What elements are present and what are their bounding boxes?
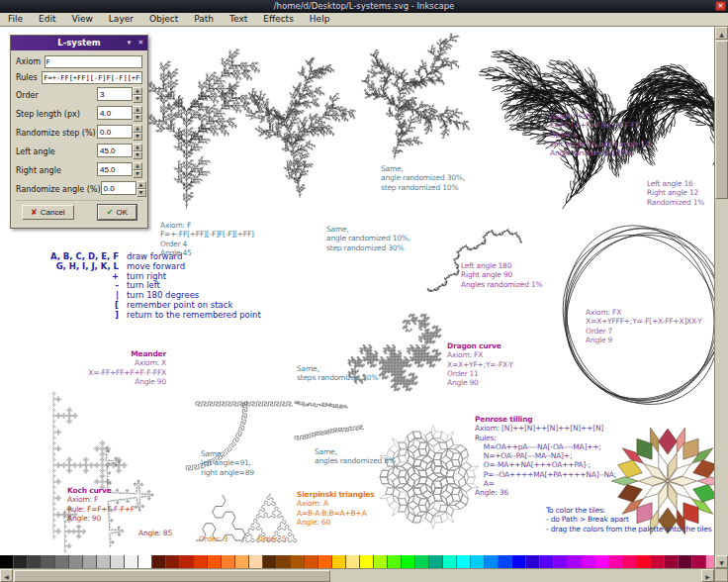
palette-swatch-27[interactable] [374, 555, 388, 568]
palette-swatch-47[interactable] [651, 555, 665, 568]
annotation-meander: MeanderAxiom: XX=-FF+FF+F+F-F-FFXAngle 9… [88, 349, 166, 386]
menu-view[interactable]: View [64, 13, 101, 26]
field-input-randomize-step[interactable] [97, 125, 133, 139]
palette-swatch-31[interactable] [429, 555, 443, 568]
palette-swatch-20[interactable] [277, 555, 291, 568]
palette-swatch-7[interactable] [97, 555, 111, 568]
palette-swatch-9[interactable] [125, 555, 138, 568]
palette-swatch-39[interactable] [540, 555, 554, 568]
palette-swatch-24[interactable] [332, 555, 346, 568]
palette-swatch-3[interactable] [42, 555, 55, 568]
scroll-right-icon[interactable]: ▶ [701, 569, 714, 582]
spinner-arrows-5[interactable]: ▲▼ [133, 144, 142, 159]
figure-meander-rand8[interactable] [295, 426, 364, 440]
spinner-arrows-7[interactable]: ▲▼ [136, 181, 146, 197]
palette-swatch-11[interactable] [152, 555, 166, 568]
ok-button[interactable]: ✔ OK [98, 205, 136, 220]
palette-swatch-15[interactable] [208, 555, 222, 568]
palette-swatch-12[interactable] [166, 555, 180, 568]
palette-swatch-44[interactable] [609, 555, 623, 568]
menu-effects[interactable]: Effects [255, 13, 302, 26]
palette-swatch-21[interactable] [291, 555, 305, 568]
palette-swatch-18[interactable] [249, 555, 263, 568]
palette-swatch-35[interactable] [485, 555, 499, 568]
palette-swatch-25[interactable] [346, 555, 360, 568]
palette-swatch-26[interactable] [360, 555, 374, 568]
palette-swatch-5[interactable] [69, 555, 83, 568]
horizontal-scroll-thumb[interactable] [14, 570, 330, 582]
field-input-axiom[interactable] [45, 55, 142, 68]
menu-text[interactable]: Text [222, 13, 255, 26]
palette-swatch-43[interactable] [595, 555, 609, 568]
spinner-arrows-2[interactable]: ▲▼ [133, 87, 142, 103]
spinner-arrows-3[interactable]: ▲▼ [133, 106, 142, 122]
palette-swatch-45[interactable] [623, 555, 637, 568]
palette-swatch-23[interactable] [318, 555, 332, 568]
palette-swatch-40[interactable] [554, 555, 568, 568]
field-input-left-angle[interactable] [97, 144, 133, 157]
figure-meander-steps[interactable] [295, 402, 348, 408]
palette-swatch-29[interactable] [402, 555, 415, 568]
palette-swatch-14[interactable] [194, 555, 208, 568]
palette-swatch-19[interactable] [263, 555, 277, 568]
dialog-close-button[interactable]: ✕ [136, 36, 146, 50]
palette-swatch-46[interactable] [637, 555, 651, 568]
annotation-sierpinski: Sierpinski trianglesAxiom: AA=B-A-B;B=A+… [297, 490, 374, 527]
field-input-rules[interactable] [42, 71, 142, 84]
palette-swatch-0[interactable] [0, 555, 14, 568]
palette-swatch-51[interactable] [706, 555, 714, 568]
palette-swatch-10[interactable] [138, 555, 152, 568]
palette-swatch-16[interactable] [222, 555, 235, 568]
palette-swatch-30[interactable] [415, 555, 429, 568]
vertical-scroll-thumb[interactable] [715, 41, 728, 199]
annotation-penrose: Penrose tillingAxiom: [N]++[N]++[N]++[N]… [475, 415, 616, 498]
scroll-up-icon[interactable]: ▲ [715, 27, 728, 40]
scroll-left-icon[interactable]: ◀ [0, 569, 13, 582]
figure-tree-rand-30-10[interactable] [361, 33, 470, 159]
vertical-scrollbar[interactable]: ▲ ▼ [714, 27, 728, 568]
field-input-step-length-px[interactable] [97, 106, 133, 120]
palette-swatch-13[interactable] [180, 555, 194, 568]
menu-help[interactable]: Help [302, 13, 338, 26]
palette-swatch-37[interactable] [512, 555, 526, 568]
figure-tree-plain[interactable] [146, 48, 260, 209]
palette-swatch-22[interactable] [305, 555, 318, 568]
figure-tree-rand-10-30[interactable] [245, 57, 356, 198]
field-input-right-angle[interactable] [97, 162, 133, 176]
palette-swatch-36[interactable] [499, 555, 512, 568]
spinner-arrows-4[interactable]: ▲▼ [133, 125, 142, 141]
palette-swatch-32[interactable] [443, 555, 457, 568]
palette-swatch-28[interactable] [388, 555, 402, 568]
ok-icon: ✔ [107, 209, 114, 217]
palette-swatch-42[interactable] [582, 555, 595, 568]
palette-swatch-41[interactable] [568, 555, 582, 568]
palette-swatch-4[interactable] [55, 555, 69, 568]
menu-file[interactable]: File [0, 13, 31, 26]
palette-swatch-1[interactable] [14, 555, 28, 568]
lsystem-dialog[interactable]: L-system ▾ ✕ AxiomRulesOrder▲▼Step lengt… [10, 35, 148, 229]
menu-layer[interactable]: Layer [101, 13, 141, 26]
palette-swatch-33[interactable] [457, 555, 471, 568]
palette-swatch-6[interactable] [83, 555, 97, 568]
spinner-arrows-6[interactable]: ▲▼ [133, 162, 142, 178]
palette-swatch-34[interactable] [471, 555, 485, 568]
menu-path[interactable]: Path [186, 13, 222, 26]
dialog-menu-button[interactable]: ▾ [124, 36, 135, 50]
field-input-order[interactable] [97, 87, 133, 101]
menu-object[interactable]: Object [141, 13, 186, 26]
figure-meander[interactable] [196, 402, 293, 406]
palette-swatch-48[interactable] [665, 555, 679, 568]
palette-swatch-17[interactable] [235, 555, 249, 568]
horizontal-scrollbar[interactable]: ◀ ▶ [0, 568, 714, 582]
palette-swatch-2[interactable] [28, 555, 42, 568]
palette-swatch-49[interactable] [679, 555, 692, 568]
palette-swatch-8[interactable] [111, 555, 125, 568]
window-close-button[interactable]: ✕ [715, 1, 726, 11]
cancel-button[interactable]: ✘ Cancel [22, 205, 74, 220]
palette-swatch-38[interactable] [526, 555, 540, 568]
menu-edit[interactable]: Edit [31, 13, 63, 26]
field-input-randomize-angle[interactable] [101, 181, 136, 195]
scroll-down-icon[interactable]: ▼ [715, 555, 728, 568]
figure-penrose-outline[interactable] [380, 425, 479, 529]
palette-swatch-50[interactable] [692, 555, 706, 568]
